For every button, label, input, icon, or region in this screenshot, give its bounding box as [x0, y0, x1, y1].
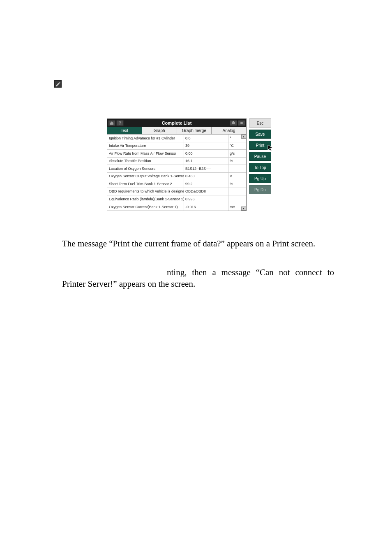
view-tabs: Text Graph Graph merge Analog	[107, 127, 246, 135]
tab-analog[interactable]: Analog	[212, 127, 246, 134]
param-name: Oxygen Sensor Output Voltage Bank 1-Sens…	[107, 173, 184, 180]
param-name: Equivalence Ratio (lambda)(Bank 1-Sensor…	[107, 195, 184, 203]
screenshot-main-panel: ? Complete List Text Graph Graph merge A…	[107, 118, 247, 211]
param-value: OBD&OBDII	[184, 188, 228, 195]
svg-rect-1	[232, 122, 235, 124]
table-row[interactable]: Intake Air Temperature 39 °C	[107, 142, 246, 150]
pause-button[interactable]: Pause	[249, 152, 271, 161]
body-paragraph-2: nting, then a message “Can not connect t…	[62, 267, 334, 290]
table-row[interactable]: Short Term Fuel Trim Bank 1-Sensor 2 99.…	[107, 180, 246, 188]
param-value: B1S12--B2S----	[184, 165, 228, 172]
print-icon[interactable]	[230, 120, 237, 126]
param-name: Ignition Timing Advanece for #1 Cylinder	[107, 135, 184, 142]
param-unit: %	[228, 158, 246, 165]
screen-title: Complete List	[125, 121, 229, 125]
table-row[interactable]: Absolute Throttle Position 16.1 %	[107, 158, 246, 165]
home-icon[interactable]	[108, 120, 115, 126]
param-unit	[228, 188, 246, 195]
table-row[interactable]: Oxygen Sensor Output Voltage Bank 1-Sens…	[107, 173, 246, 181]
param-name: Absolute Throttle Position	[107, 158, 184, 165]
esc-button[interactable]: Esc	[249, 118, 271, 128]
table-row[interactable]: Air Flow Rate from Mass Air Flow Sensor …	[107, 150, 246, 158]
param-name: Intake Air Temperature	[107, 142, 184, 150]
param-value: 99.2	[184, 180, 228, 188]
param-unit: g/s	[228, 150, 246, 157]
tab-graph[interactable]: Graph	[142, 127, 177, 134]
param-name: Short Term Fuel Trim Bank 1-Sensor 2	[107, 180, 184, 188]
pg-up-button[interactable]: Pg Up	[249, 174, 271, 183]
table-row[interactable]: OBD requirements to which vehicle is des…	[107, 188, 246, 196]
tools-icon[interactable]	[238, 120, 245, 126]
param-unit: %	[228, 180, 246, 188]
param-name: Location of Oxygen Sensors	[107, 165, 184, 172]
table-row[interactable]: Equivalence Ratio (lambda)(Bank 1-Sensor…	[107, 195, 246, 203]
param-value: 39	[184, 142, 228, 150]
param-unit	[228, 195, 246, 203]
cursor-icon	[267, 144, 275, 152]
param-name: Air Flow Rate from Mass Air Flow Sensor	[107, 150, 184, 157]
svg-rect-2	[233, 121, 234, 122]
help-icon[interactable]: ?	[116, 120, 124, 126]
table-row[interactable]: Location of Oxygen Sensors B1S12--B2S---…	[107, 165, 246, 173]
param-unit: °▴	[228, 135, 246, 142]
tab-graph-merge[interactable]: Graph merge	[177, 127, 212, 134]
print-button[interactable]: Print	[249, 141, 271, 150]
param-name: Oxygen Sensor Current(Bank 1-Sensor 1)	[107, 203, 184, 211]
param-value: -0.016	[184, 203, 228, 211]
param-value: 0.00	[184, 150, 228, 157]
device-screenshot: ? Complete List Text Graph Graph merge A…	[107, 118, 273, 211]
body-paragraph-1: The message “Print the current frame of …	[62, 238, 333, 249]
tab-text[interactable]: Text	[107, 127, 142, 134]
pg-dn-button[interactable]: Pg Dn	[249, 185, 271, 194]
param-unit: °C	[228, 142, 246, 150]
scroll-up-icon[interactable]: ▴	[241, 135, 246, 139]
scroll-down-icon[interactable]: ▾	[241, 207, 246, 211]
svg-point-3	[240, 122, 243, 124]
param-name: OBD requirements to which vehicle is des…	[107, 188, 184, 195]
titlebar: ? Complete List	[107, 119, 246, 127]
side-button-column: Esc Save Print Pause To Top Pg Up Pg Dn	[249, 118, 271, 211]
table-row[interactable]: Oxygen Sensor Current(Bank 1-Sensor 1) -…	[107, 203, 246, 211]
save-button[interactable]: Save	[249, 130, 271, 139]
table-row[interactable]: Ignition Timing Advanece for #1 Cylinder…	[107, 135, 246, 142]
param-value: 0.996	[184, 195, 228, 203]
param-unit: V	[228, 173, 246, 180]
param-unit	[228, 165, 246, 172]
to-top-button[interactable]: To Top	[249, 163, 271, 172]
note-pencil-icon	[54, 80, 62, 88]
param-value: 16.1	[184, 158, 228, 165]
data-table: Ignition Timing Advanece for #1 Cylinder…	[107, 135, 246, 211]
param-value: 0.0	[184, 135, 228, 142]
param-value: 0.460	[184, 173, 228, 180]
